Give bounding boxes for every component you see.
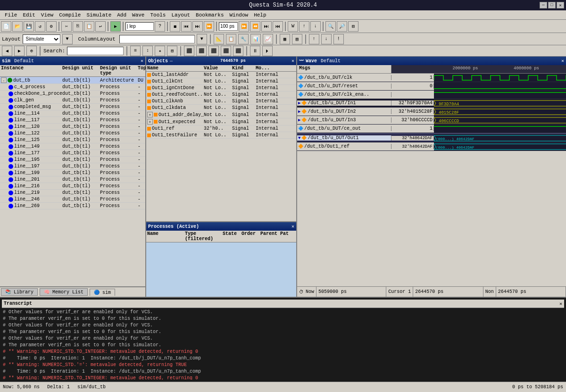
list-item[interactable]: Out1_reedToCount.. Not Lo.. Signal Inter… <box>146 92 296 98</box>
layout-btn10[interactable]: ! <box>333 34 344 44</box>
tb-run[interactable]: ▶ <box>110 21 121 32</box>
tb-paste[interactable]: 📋 <box>84 21 94 32</box>
table-row[interactable]: line__195 dut_tb(tl) Process - <box>0 157 145 163</box>
layout-btn2[interactable]: 📋 <box>226 34 236 44</box>
tb-new[interactable]: 📄 <box>1 21 11 32</box>
tb-5[interactable]: ⚙ <box>46 21 57 32</box>
tb-zoom1[interactable]: 🔍 <box>325 21 336 32</box>
menu-layout[interactable]: Layout <box>168 11 193 19</box>
tb-w3[interactable]: ↓ <box>310 21 321 32</box>
tab-sim[interactable]: 🔵 sim <box>90 289 115 296</box>
tb-sim1[interactable]: ◼ <box>170 21 180 32</box>
table-row[interactable]: clk_gen dut_tb(tl) Process - <box>0 97 145 104</box>
transcript-close[interactable]: ✕ <box>559 301 562 307</box>
wave-row-out1ref[interactable]: 🔶 /dut_tb/Out1_ref 32'h40642DAF (000...)… <box>297 142 566 151</box>
layout-arrow[interactable]: ▼ <box>62 34 73 44</box>
search-extra2[interactable]: ↕ <box>142 46 153 56</box>
tb-open[interactable]: 📂 <box>12 21 23 32</box>
column-layout-input[interactable] <box>119 35 195 43</box>
search-extra11[interactable]: ⏵ <box>262 46 273 56</box>
layout-btn5[interactable]: 📈 <box>263 34 273 44</box>
search-extra3[interactable]: ✦ <box>155 46 165 56</box>
table-row[interactable]: line__120 dut_tb(tl) Process - <box>0 124 145 130</box>
menu-bookmarks[interactable]: Bookmarks <box>193 11 226 19</box>
minimize-button[interactable]: ─ <box>540 2 547 8</box>
list-item[interactable]: Out1_lastAddr Not Lo.. Signal Internal <box>146 72 296 78</box>
wave-row-out1[interactable]: ▼ 🔶 /dut_tb/u_DUT/Out1 32'h40642DAF (000… <box>297 134 566 142</box>
table-row[interactable]: line__219 dut_tb(tl) Process - <box>0 190 145 196</box>
wave-close[interactable]: ✕ <box>561 58 564 64</box>
tb-step[interactable]: ⏩ <box>239 21 249 32</box>
table-row[interactable]: line__201 dut_tb(tl) Process - <box>0 176 145 183</box>
tb-help[interactable]: ? <box>155 21 165 32</box>
layout-btn8[interactable]: ↑ <box>309 34 319 44</box>
tb-cut[interactable]: ✂ <box>61 21 72 32</box>
table-row[interactable]: line__177 dut_tb(tl) Process - <box>0 150 145 157</box>
search-extra8[interactable]: ⬛ <box>221 46 231 56</box>
menu-add[interactable]: Add <box>114 11 129 19</box>
layout-btn4[interactable]: 📊 <box>250 34 261 44</box>
menu-edit[interactable]: Edit <box>20 11 38 19</box>
tb-time-input[interactable] <box>219 22 238 31</box>
layout-btn6[interactable]: ▦ <box>280 34 290 44</box>
layout-btn9[interactable]: ↓ <box>321 34 332 44</box>
tb-help-input[interactable] <box>125 22 154 31</box>
table-row[interactable]: line__269 dut_tb(tl) Process - <box>0 203 145 209</box>
list-item[interactable]: Out1_ignCntDone Not Lo.. Signal Internal <box>146 85 296 92</box>
list-item[interactable]: Out1_clkdata Not Lo.. Signal Internal <box>146 105 296 111</box>
tb-sim4[interactable]: ⏩ <box>204 21 214 32</box>
menu-window[interactable]: Window <box>227 11 251 19</box>
tb-refresh[interactable]: ↺ <box>35 21 45 32</box>
table-row[interactable]: line__125 dut_tb(tl) Process - <box>0 137 145 143</box>
close-button[interactable]: ✕ <box>557 2 564 8</box>
restore-button[interactable]: □ <box>548 2 556 8</box>
table-row[interactable]: checkDone_1_process dut_tb(tl) Process - <box>0 91 145 97</box>
layout-btn7[interactable]: ▤ <box>292 34 302 44</box>
wave-row-reset[interactable]: 🔷 /dut_tb/u_DUT/reset 0 <box>297 82 566 91</box>
wave-row-in1[interactable]: ▶ 🔶 /dut_tb/u_DUT/In1 32'h9F3D70A4 9F3D7… <box>297 99 566 108</box>
table-row[interactable]: completed_msg dut_tb(tl) Process - <box>0 104 145 110</box>
sim-panel-close[interactable]: ✕ <box>141 58 143 64</box>
search-input[interactable] <box>67 47 124 55</box>
search-extra5[interactable]: ⬛ <box>184 46 194 56</box>
table-row[interactable]: line__216 dut_tb(tl) Process - <box>0 183 145 190</box>
menu-compile[interactable]: Compile <box>56 11 83 19</box>
tab-memory-list[interactable]: 🧠 Memory List <box>40 288 88 296</box>
tb-undo[interactable]: ↩ <box>95 21 106 32</box>
menu-wave[interactable]: Wave <box>129 11 147 19</box>
tb-copy[interactable]: ⎘ <box>73 21 83 32</box>
menu-tools[interactable]: Tools <box>147 11 168 19</box>
tb-sim3[interactable]: ⏭ <box>192 21 203 32</box>
tb-step2[interactable]: ⏪ <box>250 21 260 32</box>
table-row[interactable]: line__199 dut_tb(tl) Process - <box>0 170 145 176</box>
list-item[interactable]: +Out1_expected Not Lo.. Signal Internal <box>146 118 296 125</box>
table-row[interactable]: c_4_process dut_tb(tl) Process - <box>0 84 145 91</box>
processes-close[interactable]: ✕ <box>291 224 294 229</box>
wave-row-clkena[interactable]: 🔷 /dut_tb/u_DUT/clk_ena.. <box>297 91 566 99</box>
tb-zoom3[interactable]: ⊞ <box>348 21 358 32</box>
search-extra10[interactable]: ⏸ <box>250 46 260 56</box>
tb-save[interactable]: 💾 <box>24 21 34 32</box>
list-item[interactable]: Out1_clkCnt Not Lo.. Signal Internal <box>146 78 296 85</box>
table-row[interactable]: line__122 dut_tb(tl) Process - <box>0 130 145 137</box>
list-item[interactable]: Out1_testFailure Not Lo.. Signal Interna… <box>146 132 296 139</box>
wave-row-in3[interactable]: ▶ 🔶 /dut_tb/u_DUT/In3 32'h06CCCCD 406CCC… <box>297 116 566 125</box>
wave-row-clk[interactable]: 🔷 /dut_tb/u_DUT/clk 1 <box>297 74 566 82</box>
search-extra1[interactable]: ≡ <box>130 46 141 56</box>
wave-row-ceout[interactable]: 🔷 /dut_tb/u_DUT/ce_out 1 <box>297 125 566 133</box>
search-extra6[interactable]: ⬛ <box>196 46 207 56</box>
tb-step4[interactable]: ⏮ <box>273 21 283 32</box>
table-row[interactable]: line__117 dut_tb(tl) Process - <box>0 117 145 124</box>
list-item[interactable]: +Out1_addr_delay_1 Not Lo.. Signal Inter… <box>146 111 296 118</box>
table-row[interactable]: line__149 dut_tb(tl) Process - <box>0 143 145 150</box>
list-item[interactable]: Out1_ref 32'h0.. Signal Internal <box>146 125 296 132</box>
table-row[interactable]: line__197 dut_tb(tl) Process - <box>0 163 145 170</box>
table-row[interactable]: line__246 dut_tb(tl) Process - <box>0 196 145 203</box>
expand-btn-2[interactable]: + <box>147 119 153 125</box>
search-extra9[interactable]: ⬛ <box>233 46 243 56</box>
menu-simulate[interactable]: Simulate <box>83 11 114 19</box>
table-row[interactable]: line__114 dut_tb(tl) Process - <box>0 110 145 117</box>
expand-btn[interactable]: + <box>147 112 153 117</box>
tb-sim2[interactable]: ⏮ <box>181 21 191 32</box>
search-extra4[interactable]: ⊞ <box>167 46 177 56</box>
